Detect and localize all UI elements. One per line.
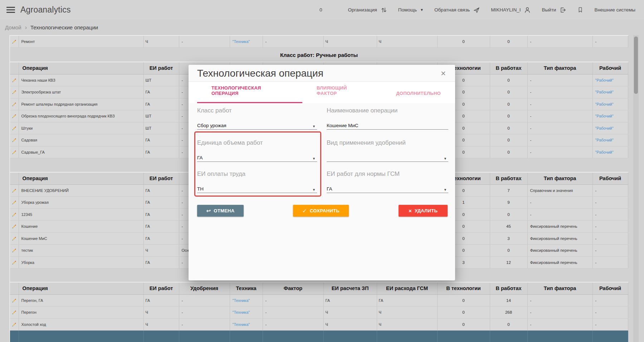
edit-row-button[interactable]	[10, 221, 19, 233]
edit-row-button[interactable]	[10, 245, 19, 257]
table-cell: 268	[490, 307, 527, 319]
menu-icon[interactable]	[6, 7, 15, 13]
table-cell: ШТ	[143, 110, 179, 122]
table-cell: -	[527, 307, 592, 319]
table-cell[interactable]: "Рабочий"	[592, 86, 628, 98]
table-cell: Фиксированный перечень	[527, 256, 592, 269]
table-section: РемонтЧ-"Техника"-ЧЧ00--	[10, 35, 629, 48]
chevron-down-icon[interactable]: ▼	[444, 157, 447, 160]
nav-logout[interactable]: Выйти	[542, 6, 566, 14]
vertical-scrollbar[interactable]	[633, 35, 639, 342]
table-cell	[143, 331, 179, 342]
scrollbar-thumb[interactable]	[634, 37, 638, 94]
edit-row-button[interactable]	[10, 74, 19, 86]
table-cell: -	[179, 318, 230, 331]
table-cell[interactable]: "Рабочий"	[592, 146, 628, 158]
table-cell: -	[527, 146, 592, 158]
table-cell: Фиксированный перечень	[527, 245, 592, 257]
chevron-down-icon[interactable]: ▼	[444, 188, 447, 192]
table-cell[interactable]: "Рабочий"	[592, 98, 628, 110]
table-cell: Ремонт	[19, 35, 143, 48]
table-cell[interactable]: "Техника"	[230, 294, 263, 307]
table-cell[interactable]: "Рабочий"	[592, 110, 628, 122]
table-cell: 0	[437, 294, 490, 307]
edit-row-button[interactable]	[10, 256, 19, 269]
nav-organization[interactable]: Организация	[348, 6, 387, 14]
edit-pencil-icon	[12, 78, 16, 83]
field-label: ЕИ работ для нормы ГСМ	[327, 170, 448, 178]
table-cell: -	[527, 294, 592, 307]
table-row-selected	[10, 331, 628, 342]
edit-row-button[interactable]	[10, 146, 19, 158]
table-cell: ГА	[143, 256, 179, 269]
table-cell: ГА	[143, 146, 179, 158]
bookmark-button[interactable]	[577, 6, 584, 13]
tab-technological-operation[interactable]: ТЕХНОЛОГИЧЕСКАЯ ОПЕРАЦИЯ	[197, 85, 302, 103]
table-cell[interactable]: "Техника"	[230, 307, 263, 319]
edit-row-button[interactable]	[10, 122, 19, 134]
nav-external-systems[interactable]: Внешние системы	[594, 7, 635, 13]
breadcrumb-home[interactable]: Домой	[5, 24, 21, 30]
edit-row-button[interactable]	[10, 134, 19, 146]
table-cell: Садовые_ГА	[19, 146, 143, 158]
edit-row-button[interactable]	[10, 294, 19, 307]
table-cell[interactable]: "Техника"	[230, 35, 263, 48]
nav-user[interactable]: MIKHAYLIN_I	[491, 6, 531, 14]
field-label: Вид применения удобрений	[327, 139, 448, 146]
edit-row-button[interactable]	[10, 197, 19, 209]
chevron-down-icon[interactable]: ▼	[312, 188, 316, 192]
table-cell[interactable]: "Техника"	[230, 318, 263, 331]
edit-row-button[interactable]	[10, 307, 19, 319]
tab-additional[interactable]: ДОПОЛНИТЕЛЬНО	[382, 91, 455, 103]
save-button[interactable]: ✓ СОХРАНИТЬ	[293, 205, 349, 217]
table-cell: 0	[490, 122, 527, 134]
table-cell: Уборка урожая	[19, 197, 143, 209]
table-cell[interactable]: "Рабочий"	[592, 134, 628, 146]
edit-pencil-icon	[12, 138, 16, 143]
fertilizer-type-select[interactable]: Вид применения удобрений ▼	[327, 139, 448, 162]
edit-pencil-icon	[12, 322, 16, 327]
chevron-down-icon[interactable]: ▼	[312, 125, 316, 128]
edit-row-button[interactable]	[10, 86, 19, 98]
table-cell: Справочник и значения	[527, 184, 592, 197]
edit-row-button[interactable]	[10, 98, 19, 110]
header-nav: 0 Организация Помощь ▼ Обратная связь MI…	[319, 6, 644, 14]
tab-influencing-factor[interactable]: ВЛИЯЮЩИЙ ФАКТОР	[302, 85, 382, 103]
table-cell: -	[179, 307, 230, 319]
edit-pencil-icon	[12, 298, 16, 303]
operation-name-input[interactable]: Наименование операции Кошение МиС	[327, 107, 448, 130]
edit-row-button[interactable]	[10, 208, 19, 221]
table-cell: 0	[490, 208, 527, 221]
edit-pencil-icon	[12, 236, 16, 241]
table-cell[interactable]: "Рабочий"	[592, 74, 628, 86]
edit-row-button[interactable]	[10, 184, 19, 197]
table-cell: Кошение МиС	[19, 232, 143, 245]
edit-pencil-icon	[12, 260, 16, 265]
table-cell: -	[592, 184, 628, 197]
nav-help[interactable]: Помощь ▼	[398, 7, 424, 13]
work-volume-unit-select[interactable]: Единица объема работ ГА ▼	[197, 139, 317, 162]
edit-row-button[interactable]	[10, 110, 19, 122]
chevron-down-icon[interactable]: ▼	[312, 157, 316, 160]
field-value: ГА	[197, 155, 203, 160]
table-cell: -	[592, 221, 628, 233]
work-class-select[interactable]: Класс работ Сбор урожая ▼	[197, 107, 317, 130]
table-cell: Штуки	[19, 122, 143, 134]
table-cell: ШТ	[143, 74, 179, 86]
cancel-button[interactable]: ↩ ОТМЕНА	[197, 205, 244, 217]
table-cell: 3	[490, 232, 527, 245]
pay-unit-select[interactable]: ЕИ оплаты труда ТН ▼	[197, 170, 317, 193]
column-header: ЕИ расчета ЗП	[323, 282, 377, 294]
notification-counter: 0	[319, 7, 322, 13]
table-cell: Кошение	[19, 221, 143, 233]
table-cell[interactable]: "Рабочий"	[592, 122, 628, 134]
fuel-norm-unit-select[interactable]: ЕИ работ для нормы ГСМ ГА ▼	[327, 170, 448, 193]
edit-row-button[interactable]	[10, 318, 19, 331]
edit-row-button[interactable]	[10, 232, 19, 245]
close-icon[interactable]: ×	[441, 68, 446, 78]
nav-label: Внешние системы	[594, 7, 635, 13]
dialog-tabs: ТЕХНОЛОГИЧЕСКАЯ ОПЕРАЦИЯ ВЛИЯЮЩИЙ ФАКТОР…	[189, 82, 455, 103]
delete-button[interactable]: × УДАЛИТЬ	[399, 205, 448, 217]
edit-row-button[interactable]	[10, 35, 19, 48]
nav-feedback[interactable]: Обратная связь	[434, 6, 480, 14]
